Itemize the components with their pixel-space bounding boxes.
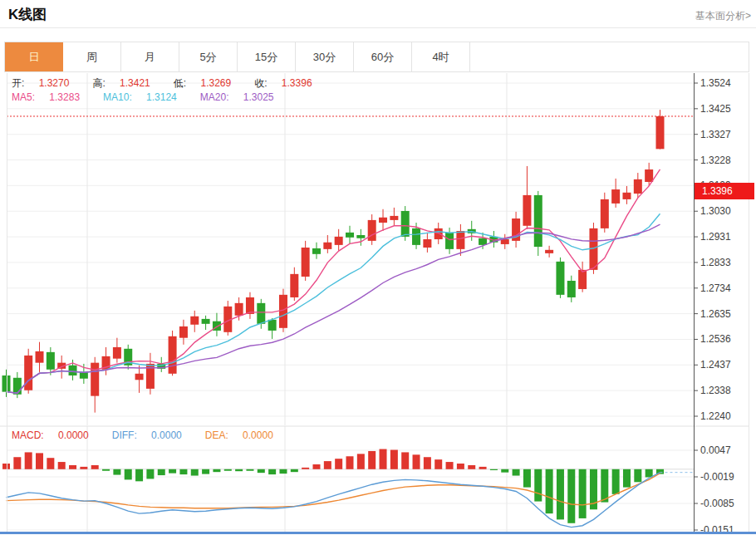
macd-hist-bar: [246, 469, 253, 471]
y-axis-label: -0.0085: [700, 498, 734, 509]
macd-hist-bar: [390, 450, 398, 469]
macd-hist-bar: [479, 467, 487, 469]
candle-body: [290, 274, 298, 297]
macd-hist-bar: [202, 469, 209, 474]
y-axis-label: 1.2833: [700, 257, 731, 268]
macd-hist-bar: [279, 469, 287, 474]
macd-hist-bar: [612, 469, 620, 494]
kline-page: K线图 基本面分析> 日周月5分15分30分60分4时 1.35241.3425…: [0, 0, 756, 535]
macd-hist-bar: [424, 457, 431, 469]
macd-hist-bar: [102, 469, 110, 471]
y-axis-label: 1.2437: [700, 359, 731, 371]
ma-legend: MA5: 1.3283MA10: 1.3124MA20: 1.3025: [12, 91, 297, 103]
tab-period-周[interactable]: 周: [63, 42, 121, 71]
y-axis-label: 1.2734: [700, 282, 731, 294]
macd-hist-bar: [258, 469, 265, 473]
candle-body: [434, 228, 443, 239]
legend-item: MA10: 1.3124: [103, 91, 189, 103]
candle-body: [645, 169, 653, 182]
candle-body: [523, 195, 531, 226]
y-axis-label: 1.3327: [700, 129, 731, 140]
macd-hist-bar: [69, 465, 76, 469]
candle-body: [534, 195, 542, 247]
macd-hist-bar: [457, 464, 464, 469]
macd-hist-bar: [501, 469, 508, 473]
candle-body: [368, 220, 376, 241]
header-divider: [0, 27, 756, 28]
period-tabbar: 日周月5分15分30分60分4时: [4, 42, 749, 72]
candle-body: [135, 374, 144, 380]
y-axis-label: 1.2240: [700, 410, 731, 422]
candle-body: [634, 179, 642, 194]
macd-hist-bar: [634, 469, 641, 483]
candle-body: [91, 363, 99, 396]
legend-item: MACD: 0.0000: [12, 429, 101, 441]
y-axis-label: 1.2635: [700, 308, 731, 320]
tab-period-5分[interactable]: 5分: [179, 42, 238, 71]
macd-hist-bar: [268, 469, 276, 474]
tabbar-spacer: [470, 42, 749, 71]
legend-item: 开: 1.3270: [12, 77, 81, 89]
tab-period-4时[interactable]: 4时: [412, 42, 470, 71]
tab-period-30分[interactable]: 30分: [296, 42, 354, 71]
macd-hist-bar: [302, 468, 309, 469]
macd-hist-bar: [80, 467, 87, 469]
tab-period-15分[interactable]: 15分: [238, 42, 296, 71]
candle-body: [412, 228, 420, 245]
kline-chart-canvas[interactable]: 1.35241.34251.33271.32281.31291.30301.29…: [0, 73, 756, 535]
macd-hist-bar: [2, 464, 10, 469]
candle-body: [346, 233, 354, 238]
candle-body: [47, 352, 55, 370]
macd-hist-bar: [235, 469, 243, 471]
chart-area[interactable]: 1.35241.34251.33271.32281.31291.30301.29…: [0, 73, 756, 535]
candle-body: [456, 231, 464, 249]
candle-body: [13, 378, 22, 395]
macd-hist-bar: [312, 464, 320, 469]
y-axis-label: 1.2338: [700, 385, 731, 396]
candle-body: [257, 303, 265, 324]
page-title: K线图: [8, 5, 47, 24]
candle-body: [622, 193, 631, 199]
candle-body: [479, 238, 487, 245]
candle-body: [202, 319, 210, 324]
tab-period-日[interactable]: 日: [5, 42, 63, 71]
macd-hist-bar: [213, 469, 220, 472]
candle-body: [567, 281, 576, 297]
macd-hist-bar: [623, 469, 631, 488]
macd-hist-bar: [58, 462, 66, 469]
candle-body: [169, 336, 177, 374]
macd-hist-bar: [534, 469, 542, 502]
candle-body: [390, 216, 398, 220]
macd-hist-bar: [125, 469, 132, 480]
macd-hist-bar: [335, 459, 342, 469]
macd-hist-bar: [291, 469, 298, 472]
macd-hist-bar: [468, 465, 475, 469]
candle-body: [401, 211, 410, 237]
y-axis-label: 1.3030: [700, 205, 731, 217]
candle-body: [656, 116, 665, 149]
y-axis-label: 1.3524: [700, 77, 731, 89]
candle-body: [611, 189, 620, 204]
y-axis-label: -0.0019: [700, 471, 734, 483]
macd-hist-bar: [36, 453, 43, 469]
candle-body: [323, 243, 331, 249]
macd-hist-bar: [434, 459, 442, 469]
y-axis-label: 1.3425: [700, 103, 731, 115]
macd-hist-bar: [646, 469, 653, 478]
legend-item: 收: 1.3396: [254, 77, 323, 89]
macd-hist-bar: [146, 469, 154, 479]
tab-period-月[interactable]: 月: [121, 42, 179, 71]
fundamental-analysis-link[interactable]: 基本面分析>: [695, 9, 751, 23]
candle-body: [312, 248, 321, 254]
candle-body: [423, 239, 431, 248]
bottom-accent-bar: [0, 532, 756, 534]
candle-body: [235, 303, 243, 316]
macd-hist-bar: [169, 469, 176, 474]
macd-hist-bar: [567, 469, 575, 523]
legend-item: 低: 1.3269: [174, 77, 243, 89]
macd-hist-bar: [413, 454, 420, 469]
macd-hist-bar: [346, 456, 354, 469]
tab-period-60分[interactable]: 60分: [354, 42, 412, 71]
macd-hist-bar: [546, 469, 553, 513]
macd-hist-bar: [113, 469, 120, 475]
